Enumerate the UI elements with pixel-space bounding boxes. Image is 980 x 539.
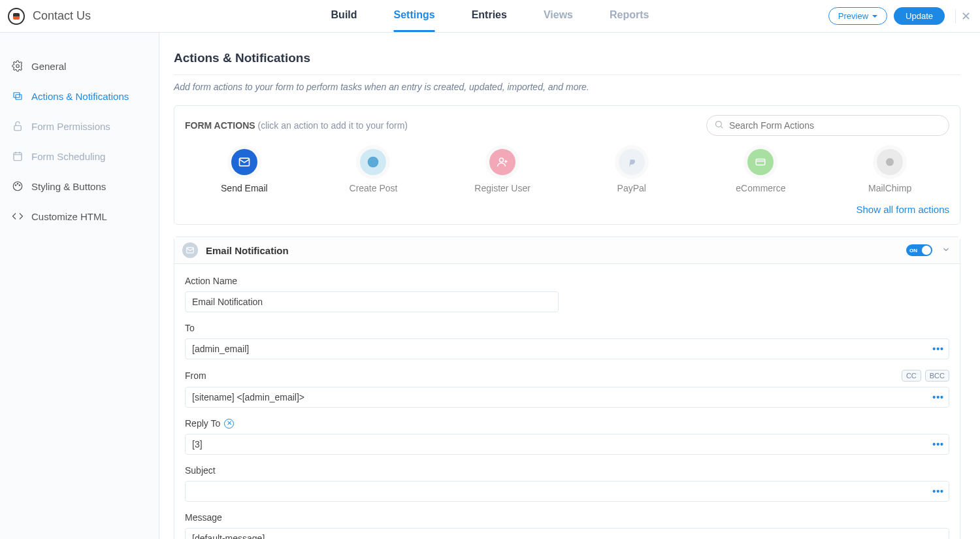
- label-action-name: Action Name: [185, 276, 949, 286]
- label-message: Message: [185, 512, 949, 523]
- svg-rect-3: [14, 125, 22, 131]
- action-send-email[interactable]: Send Email: [192, 149, 297, 193]
- action-label: Create Post: [350, 183, 398, 193]
- more-icon[interactable]: •••: [932, 486, 944, 497]
- svg-point-11: [368, 157, 379, 168]
- wordpress-icon: [360, 149, 386, 175]
- credit-card-icon: [747, 149, 774, 175]
- more-icon[interactable]: •••: [932, 392, 944, 402]
- input-subject[interactable]: [185, 481, 949, 502]
- sidebar-label-permissions: Form Permissions: [31, 121, 110, 132]
- sidebar-item-general[interactable]: General: [0, 51, 159, 81]
- sidebar: General Actions & Notifications Form Per…: [0, 33, 159, 539]
- field-subject: Subject •••: [185, 465, 949, 502]
- field-reply-to: Reply To ✕ •••: [185, 418, 949, 455]
- sidebar-label-actions: Actions & Notifications: [31, 91, 129, 102]
- chevron-down-icon[interactable]: [940, 245, 952, 256]
- more-icon[interactable]: •••: [932, 439, 944, 449]
- brand-logo-icon: [8, 8, 25, 25]
- input-to[interactable]: [185, 338, 949, 359]
- label-from: From: [185, 370, 206, 381]
- form-actions-heading-text: FORM ACTIONS: [185, 120, 255, 131]
- sidebar-item-styling[interactable]: Styling & Buttons: [0, 171, 159, 201]
- action-label: MailChimp: [868, 183, 911, 193]
- svg-point-7: [17, 184, 18, 185]
- svg-rect-13: [757, 159, 766, 165]
- sidebar-item-actions[interactable]: Actions & Notifications: [0, 81, 159, 111]
- page-description: Add form actions to your form to perform…: [174, 82, 960, 92]
- input-message[interactable]: [185, 528, 949, 539]
- sidebar-item-customize[interactable]: Customize HTML: [0, 201, 159, 231]
- calendar-icon: [12, 150, 24, 162]
- svg-point-14: [886, 158, 894, 166]
- sidebar-label-styling: Styling & Buttons: [31, 181, 106, 192]
- sidebar-item-permissions[interactable]: Form Permissions: [0, 111, 159, 141]
- cc-button[interactable]: CC: [902, 370, 921, 382]
- svg-point-9: [716, 122, 722, 127]
- toggle-on[interactable]: ON: [906, 244, 932, 256]
- close-icon[interactable]: ✕: [955, 9, 970, 24]
- svg-rect-2: [16, 95, 22, 100]
- bcc-button[interactable]: BCC: [925, 370, 949, 382]
- svg-point-12: [500, 158, 504, 162]
- form-actions-panel: FORM ACTIONS (click an action to add it …: [174, 105, 960, 225]
- chevron-down-icon: [872, 15, 877, 18]
- svg-rect-1: [14, 93, 20, 98]
- mail-icon: [231, 149, 257, 175]
- label-to: To: [185, 323, 949, 333]
- more-icon[interactable]: •••: [932, 344, 944, 354]
- field-to: To •••: [185, 323, 949, 359]
- label-reply-to: Reply To: [185, 418, 220, 429]
- toggle-label: ON: [909, 248, 917, 253]
- palette-icon: [12, 180, 24, 192]
- form-actions-subheading: (click an action to add it to your form): [257, 120, 408, 131]
- form-title: Contact Us: [33, 9, 91, 23]
- update-button[interactable]: Update: [894, 7, 945, 25]
- page-title: Actions & Notifications: [174, 51, 960, 68]
- tab-entries[interactable]: Entries: [472, 0, 507, 32]
- preview-button[interactable]: Preview: [828, 7, 887, 25]
- show-all-wrap: Show all form actions: [174, 199, 960, 224]
- sidebar-label-customize: Customize HTML: [31, 211, 107, 222]
- email-notification-title: Email Notification: [206, 245, 289, 256]
- search-input[interactable]: [706, 115, 949, 136]
- tab-settings[interactable]: Settings: [394, 0, 435, 32]
- tab-build[interactable]: Build: [331, 0, 357, 32]
- input-action-name[interactable]: [185, 291, 559, 312]
- tab-reports[interactable]: Reports: [610, 0, 649, 32]
- form-actions-heading: FORM ACTIONS (click an action to add it …: [185, 120, 408, 131]
- input-from[interactable]: [185, 387, 949, 408]
- form-actions-header: FORM ACTIONS (click an action to add it …: [174, 106, 960, 136]
- sidebar-label-scheduling: Form Scheduling: [31, 151, 105, 162]
- sidebar-item-scheduling[interactable]: Form Scheduling: [0, 141, 159, 171]
- action-register-user[interactable]: Register User: [450, 149, 555, 193]
- action-label: eCommerce: [736, 183, 785, 193]
- field-action-name: Action Name: [185, 276, 949, 312]
- user-plus-icon: [489, 149, 515, 175]
- input-reply-to[interactable]: [185, 434, 949, 455]
- tab-views[interactable]: Views: [544, 0, 573, 32]
- svg-rect-4: [14, 153, 22, 161]
- action-mailchimp[interactable]: MailChimp: [838, 149, 942, 193]
- action-ecommerce[interactable]: eCommerce: [708, 149, 813, 193]
- show-all-link[interactable]: Show all form actions: [856, 204, 949, 215]
- brand: Contact Us: [8, 8, 152, 25]
- paypal-icon: [619, 149, 645, 175]
- code-icon: [12, 210, 24, 222]
- search-form-actions: [706, 115, 949, 136]
- email-notification-header: Email Notification ON: [174, 237, 960, 264]
- action-label: Send Email: [221, 183, 268, 193]
- top-bar: Contact Us Build Settings Entries Views …: [0, 0, 980, 33]
- main-tabs: Build Settings Entries Views Reports: [331, 0, 649, 32]
- action-paypal[interactable]: PayPal: [580, 149, 684, 193]
- lock-icon: [12, 120, 24, 132]
- remove-icon[interactable]: ✕: [224, 419, 234, 429]
- action-create-post[interactable]: Create Post: [321, 149, 425, 193]
- email-notification-panel: Email Notification ON Action Name To: [174, 237, 960, 539]
- field-message: Message: [185, 512, 949, 539]
- top-bar-right: Preview Update ✕: [828, 7, 970, 25]
- actions-row: Send Email Create Post Register User: [174, 136, 960, 199]
- main-content: Actions & Notifications Add form actions…: [159, 33, 980, 539]
- label-subject: Subject: [185, 465, 949, 476]
- field-from: From CC BCC •••: [185, 370, 949, 408]
